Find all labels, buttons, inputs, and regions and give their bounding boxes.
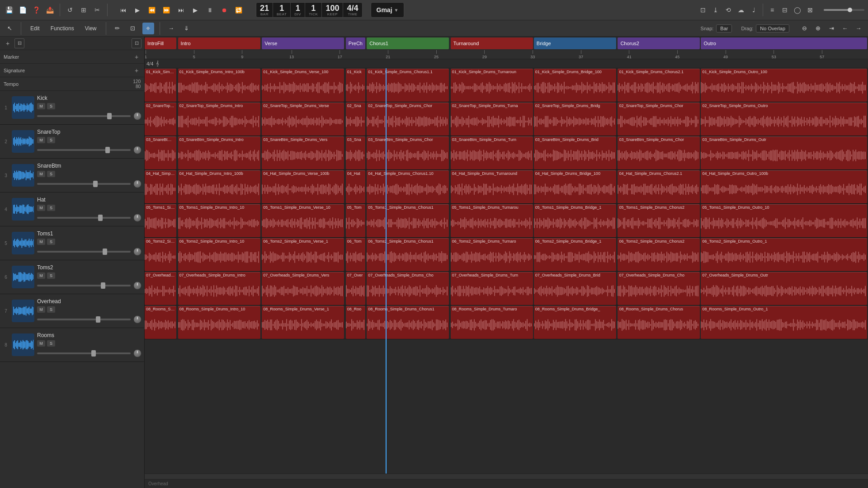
clip-5-4[interactable]: 05_Tom	[346, 204, 365, 237]
clip-7-2[interactable]: 07_Overheads_Simple_Drums_Intro	[178, 272, 260, 305]
section-bridge[interactable]: Bridge	[534, 38, 616, 49]
clip-4-5[interactable]: 04_Hat_Simple_Drums_Chorus1.10	[367, 170, 449, 203]
clip-7-9[interactable]: 07_Overheads_Simple_Drums_Outr	[701, 272, 867, 305]
rewind-btn[interactable]: ⏪	[146, 4, 158, 16]
left-arrow-icon[interactable]: ←	[839, 23, 851, 34]
clip-6-3[interactable]: 06_Toms2_Simple_Drums_Verse_1	[262, 238, 344, 271]
clip-6-8[interactable]: 06_Toms2_Simple_Drums_Chorus2	[618, 238, 700, 271]
fader-track-5[interactable]	[37, 251, 131, 253]
clip-5-8[interactable]: 05_Toms1_Simple_Drums_Chorus2	[618, 204, 700, 237]
clip-1-4[interactable]: 01_Kick	[346, 69, 365, 102]
draw-tool[interactable]: ✏	[112, 23, 123, 34]
play2-btn[interactable]: ▶	[189, 4, 202, 16]
clip-3-1[interactable]: 03_SnareBtm_Si	[145, 136, 176, 169]
loop-btn[interactable]: 🔁	[232, 4, 245, 16]
signature-add-btn[interactable]: +	[132, 66, 141, 75]
clip-6-1[interactable]: 06_Toms2_Simpl	[145, 238, 176, 271]
fast-forward-btn[interactable]: ⏩	[160, 4, 173, 16]
fade-icon[interactable]: ⇥	[826, 23, 837, 34]
clip-4-3[interactable]: 04_Hat_Simple_Drums_Verse_100b	[262, 170, 344, 203]
pointer-tool2[interactable]: ⌖	[142, 23, 154, 34]
track-type-btn[interactable]: ⊟	[14, 38, 24, 48]
help-icon[interactable]: ❓	[31, 5, 42, 15]
clip-3-3[interactable]: 03_SnareBtm_Simple_Drums_Vers	[262, 136, 344, 169]
solo-btn-2[interactable]: S	[47, 137, 55, 143]
fader-thumb-4[interactable]	[98, 215, 103, 221]
functions-menu[interactable]: Functions	[47, 24, 78, 33]
clip-2-7[interactable]: 02_SnareTop_Simple_Drums_Bridg	[534, 103, 616, 136]
pan-knob-2[interactable]	[133, 146, 142, 154]
pan-knob-7[interactable]	[133, 315, 142, 324]
tool-arrow[interactable]: →	[165, 23, 177, 34]
mute-btn-3[interactable]: M	[37, 171, 45, 177]
clip-4-9[interactable]: 04_Hat_Simple_Drums_Outro_100b	[701, 170, 867, 203]
clip-2-4[interactable]: 02_Sna	[346, 103, 365, 136]
new-icon[interactable]: 📄	[17, 5, 28, 15]
solo-btn-7[interactable]: S	[47, 306, 55, 313]
solo-btn-3[interactable]: S	[47, 171, 55, 177]
mute-btn-5[interactable]: M	[37, 239, 45, 245]
add-track-btn[interactable]: +	[3, 38, 13, 48]
zoom-in-icon[interactable]: ⊕	[812, 23, 824, 34]
clip-4-6[interactable]: 04_Hat_Simple_Drums_Turnaround	[451, 170, 533, 203]
fader-track-7[interactable]	[37, 319, 131, 320]
key-display[interactable]: Gmaj ▼	[371, 2, 405, 18]
clip-1-9[interactable]: 01_Kick_Simple_Drums_Outro_100	[701, 69, 867, 102]
clip-4-4[interactable]: 04_Hat	[346, 170, 365, 203]
download-icon[interactable]: ⤓	[710, 5, 721, 15]
tracks-scroll[interactable]: 01_Kick_Simple...01_Kick_Simple_Drums_In…	[145, 68, 868, 474]
section-turnaround[interactable]: Turnaround	[451, 38, 533, 49]
play-btn[interactable]: ▶	[131, 4, 144, 16]
clip-5-3[interactable]: 05_Toms1_Simple_Drums_Verse_10	[262, 204, 344, 237]
clip-5-5[interactable]: 05_Toms1_Simple_Drums_Chorus1	[367, 204, 449, 237]
clip-6-5[interactable]: 06_Toms2_Simple_Drums_Chorus1	[367, 238, 449, 271]
mute-btn-4[interactable]: M	[37, 205, 45, 211]
go-end-btn[interactable]: ⏭	[175, 4, 187, 16]
clip-8-1[interactable]: 08_Rooms_Simp	[145, 306, 176, 339]
clip-2-8[interactable]: 02_SnareTop_Simple_Drums_Chor	[618, 103, 700, 136]
fader-thumb-2[interactable]	[105, 147, 110, 153]
fader-track-3[interactable]	[37, 183, 131, 185]
edit-menu[interactable]: Edit	[27, 24, 43, 33]
clip-8-3[interactable]: 08_Rooms_Simple_Drums_Verse_1	[262, 306, 344, 339]
section-outro[interactable]: Outro	[701, 38, 867, 49]
pan-knob-5[interactable]	[133, 248, 142, 256]
solo-btn-6[interactable]: S	[47, 272, 55, 279]
pan-knob-3[interactable]	[133, 180, 142, 188]
clip-4-2[interactable]: 04_Hat_Simple_Drums_Intro_100b	[178, 170, 260, 203]
metronome-icon[interactable]: ♩	[748, 5, 759, 15]
clip-1-6[interactable]: 01_Kick_Simple_Drums_Turnaroun	[451, 69, 533, 102]
go-start-btn[interactable]: ⏮	[117, 4, 129, 16]
fader-thumb-7[interactable]	[96, 316, 100, 323]
clip-6-6[interactable]: 06_Toms2_Simple_Drums_Turnaro	[451, 238, 533, 271]
tool-arrow2[interactable]: ⇓	[181, 23, 193, 34]
clip-1-8[interactable]: 01_Kick_Simple_Drums_Chorus2.1	[618, 69, 700, 102]
zoom-out-icon[interactable]: ⊖	[798, 23, 810, 34]
clip-3-5[interactable]: 03_SnareBtm_Simple_Drums_Chor	[367, 136, 449, 169]
clip-5-2[interactable]: 05_Toms1_Simple_Drums_Intro_10	[178, 204, 260, 237]
scissor-icon[interactable]: ✂	[92, 5, 103, 15]
clip-8-8[interactable]: 08_Rooms_Simple_Drums_Chorus	[618, 306, 700, 339]
pan-knob-6[interactable]	[133, 282, 142, 290]
clip-3-8[interactable]: 03_SnareBtm_Simple_Drums_Chor	[618, 136, 700, 169]
mute-btn-1[interactable]: M	[37, 103, 45, 109]
fader-thumb-3[interactable]	[93, 181, 98, 187]
clip-1-3[interactable]: 01_Kick_Simple_Drums_Verse_100	[262, 69, 344, 102]
piano-icon[interactable]: ⊟	[779, 5, 790, 15]
clip-2-2[interactable]: 02_SnareTop_Simple_Drums_Intro	[178, 103, 260, 136]
clip-2-5[interactable]: 02_SnareTop_Simple_Drums_Chor	[367, 103, 449, 136]
clip-7-4[interactable]: 07_Over	[346, 272, 365, 305]
clip-2-1[interactable]: 02_SnareTop_Si	[145, 103, 176, 136]
clip-3-2[interactable]: 03_SnareBtm_Simple_Drums_Intro	[178, 136, 260, 169]
clip-6-7[interactable]: 06_Toms2_Simple_Drums_Bridge_1	[534, 238, 616, 271]
smart-controls-btn[interactable]: ⊡	[132, 38, 142, 48]
clip-6-9[interactable]: 06_Toms2_Simple_Drums_Outro_1	[701, 238, 867, 271]
fader-track-2[interactable]	[37, 149, 131, 151]
record-btn[interactable]: ⏺	[218, 4, 231, 16]
clip-2-6[interactable]: 02_SnareTop_Simple_Drums_Turna	[451, 103, 533, 136]
fader-track-4[interactable]	[37, 217, 131, 219]
clip-5-7[interactable]: 05_Toms1_Simple_Drums_Bridge_1	[534, 204, 616, 237]
position-display[interactable]: 21 BAR 1 BEAT 1 DIV 1 TICK 100 KEEP 4/4 …	[256, 2, 363, 18]
snap-value[interactable]: Bar	[716, 24, 732, 33]
view-menu[interactable]: View	[81, 24, 100, 33]
